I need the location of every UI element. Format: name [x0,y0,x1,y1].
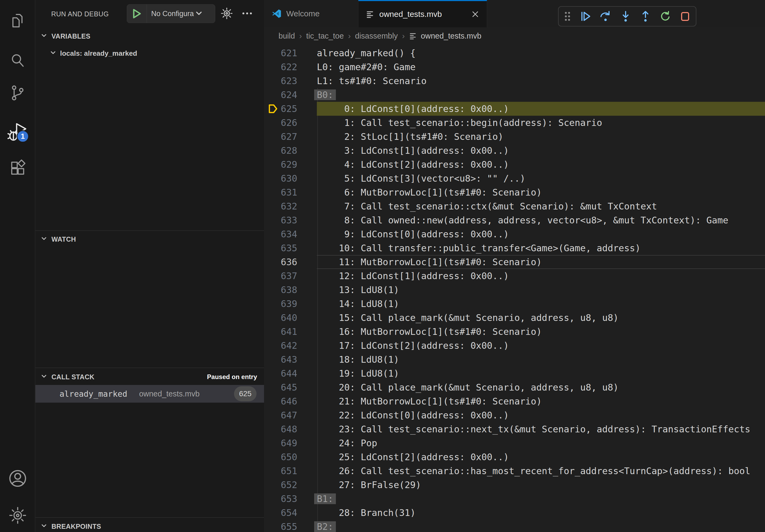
gutter[interactable]: 633 [264,213,304,227]
code-line[interactable]: 651 26: Call test_scenario::has_most_rec… [264,464,765,478]
start-debug-button[interactable]: No Configura [127,4,215,23]
gutter[interactable]: 631 [264,185,304,199]
toolbar-drag-handle-icon[interactable] [563,10,571,23]
section-watch[interactable]: WATCH [35,232,264,246]
search-icon[interactable] [0,45,35,77]
gutter[interactable]: 629 [264,157,304,171]
code-line[interactable]: 624B0: [264,88,765,102]
code-line[interactable]: 641 16: MutBorrowLoc[1](ts#1#0: Scenario… [264,325,765,339]
debug-config-dropdown[interactable]: No Configura [151,10,194,18]
gutter[interactable]: 627 [264,130,304,143]
settings-gear-icon[interactable] [0,499,35,531]
code-line[interactable]: 643 18: LdU8(1) [264,353,765,367]
step-out-icon[interactable] [640,10,651,23]
code-line[interactable]: 639 14: LdU8(1) [264,297,765,311]
code-line[interactable]: 652 27: BrFalse(29) [264,478,765,492]
gutter[interactable]: 640 [264,311,304,325]
gutter[interactable]: 623 [264,74,304,88]
code-line[interactable]: 649 24: Pop [264,436,765,450]
code-line[interactable]: 625 0: LdConst[0](address: 0x00..) [264,102,765,116]
code-line[interactable]: 650 25: LdConst[2](address: 0x00..) [264,450,765,464]
code-line[interactable]: 642 17: LdConst[2](address: 0x00..) [264,339,765,353]
step-over-icon[interactable] [599,10,612,23]
extensions-icon[interactable] [0,151,35,184]
section-variables[interactable]: VARIABLES [35,29,264,43]
close-icon[interactable] [469,9,481,20]
breadcrumb-item[interactable]: disassembly [355,32,398,40]
continue-icon[interactable] [579,10,591,23]
gutter[interactable]: 643 [264,353,304,367]
tab-welcome[interactable]: Welcome [264,0,359,27]
code-line[interactable]: 640 15: Call place_mark(&mut Scenario, a… [264,311,765,325]
code-line[interactable]: 626 1: Call test_scenario::begin(address… [264,116,765,130]
code-line[interactable]: 654 28: Branch(31) [264,506,765,520]
code-line[interactable]: 632 7: Call test_scenario::ctx(&mut Scen… [264,199,765,213]
code-line[interactable]: 628 3: LdConst[1](address: 0x00..) [264,143,765,157]
gutter[interactable]: 655 [264,520,304,532]
gutter[interactable]: 645 [264,381,304,394]
gutter[interactable]: 621 [264,46,304,60]
code-line[interactable]: 633 8: Call owned::new(address, address,… [264,213,765,227]
section-call-stack[interactable]: CALL STACK Paused on entry [35,370,264,384]
gutter[interactable]: 624 [264,88,304,102]
gutter[interactable]: 635 [264,241,304,255]
debug-settings-gear-icon[interactable] [219,6,234,21]
gutter[interactable]: 634 [264,227,304,241]
stop-icon[interactable] [679,10,691,23]
restart-icon[interactable] [659,10,671,23]
code-line[interactable]: 623L1: ts#1#0: Scenario [264,74,765,88]
gutter[interactable]: 625 [264,102,304,116]
gutter[interactable]: 646 [264,394,304,408]
gutter[interactable]: 651 [264,464,304,478]
code-line[interactable]: 644 19: LdU8(1) [264,367,765,381]
section-breakpoints[interactable]: BREAKPOINTS [35,519,264,532]
gutter[interactable]: 653 [264,492,304,506]
code-line[interactable]: 621already_marked() { [264,46,765,60]
gutter[interactable]: 638 [264,283,304,297]
code-line[interactable]: 637 12: LdConst[1](address: 0x00..) [264,269,765,283]
gutter[interactable]: 642 [264,339,304,353]
run-and-debug-icon[interactable] [0,116,35,148]
views-more-actions-icon[interactable] [240,6,255,21]
gutter[interactable]: 649 [264,436,304,450]
code-line[interactable]: 655B2: [264,520,765,532]
gutter[interactable]: 630 [264,171,304,185]
gutter[interactable]: 636 [264,255,304,269]
code-line[interactable]: 638 13: LdU8(1) [264,283,765,297]
gutter[interactable]: 628 [264,143,304,157]
tab-owned-tests[interactable]: owned_tests.mvb [359,0,487,27]
gutter[interactable]: 637 [264,269,304,283]
code-line[interactable]: 636 11: MutBorrowLoc[1](ts#1#0: Scenario… [264,255,765,269]
code-line[interactable]: 646 21: MutBorrowLoc[1](ts#1#0: Scenario… [264,394,765,408]
code-line[interactable]: 648 23: Call test_scenario::next_tx(&mut… [264,422,765,436]
account-icon[interactable] [0,462,35,494]
code-line[interactable]: 631 6: MutBorrowLoc[1](ts#1#0: Scenario) [264,185,765,199]
code-editor[interactable]: 621already_marked() {622L0: game#2#0: Ga… [264,46,765,532]
code-line[interactable]: 647 22: LdConst[0](address: 0x00..) [264,408,765,422]
call-stack-frame[interactable]: already_marked owned_tests.mvb 625 [35,385,264,402]
variables-scope-locals[interactable]: locals: already_marked [35,46,264,61]
breadcrumb-item[interactable]: build [279,32,295,40]
start-debug-play-icon[interactable] [127,5,147,23]
source-control-icon[interactable] [0,77,35,109]
gutter[interactable]: 652 [264,478,304,492]
gutter[interactable]: 644 [264,367,304,381]
breadcrumb-item[interactable]: tic_tac_toe [306,32,344,40]
code-line[interactable]: 629 4: LdConst[2](address: 0x00..) [264,157,765,171]
code-line[interactable]: 645 20: Call place_mark(&mut Scenario, a… [264,381,765,394]
gutter[interactable]: 626 [264,116,304,130]
code-line[interactable]: 630 5: LdConst[3](vector<u8>: "" /..) [264,171,765,185]
gutter[interactable]: 632 [264,199,304,213]
step-into-icon[interactable] [620,10,631,23]
breadcrumb-item[interactable]: owned_tests.mvb [421,32,481,40]
gutter[interactable]: 648 [264,422,304,436]
chevron-down-icon[interactable] [194,9,204,19]
code-line[interactable]: 635 10: Call transfer::public_transfer<G… [264,241,765,255]
code-line[interactable]: 634 9: LdConst[0](address: 0x00..) [264,227,765,241]
gutter[interactable]: 650 [264,450,304,464]
explorer-icon[interactable] [0,5,35,37]
gutter[interactable]: 622 [264,60,304,74]
gutter[interactable]: 641 [264,325,304,339]
gutter[interactable]: 639 [264,297,304,311]
gutter[interactable]: 654 [264,506,304,520]
